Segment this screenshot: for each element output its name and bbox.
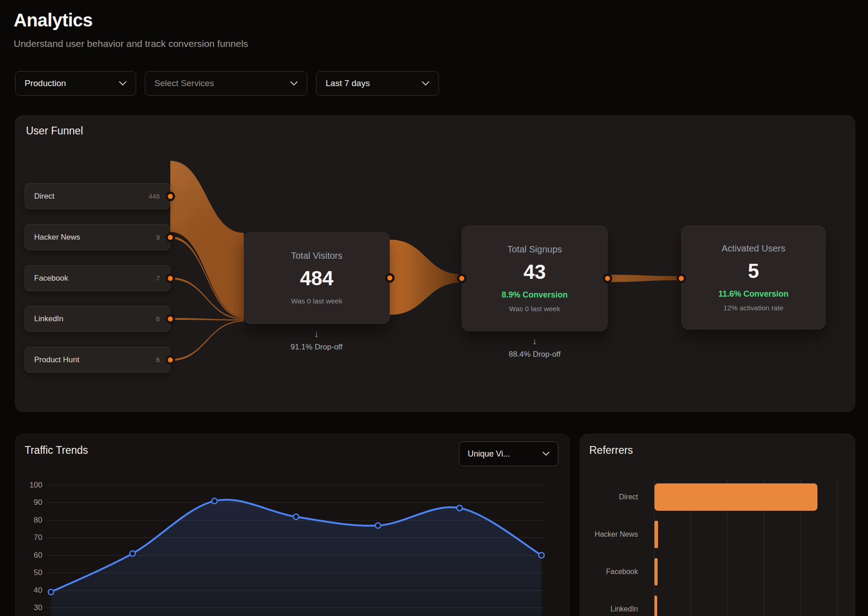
environment-dropdown-value: Production bbox=[25, 78, 66, 88]
services-dropdown-placeholder: Select Services bbox=[154, 78, 214, 88]
source-label: Hacker News bbox=[34, 233, 80, 242]
bar-facebook[interactable] bbox=[654, 558, 658, 585]
dropoff-label: 88.4% Drop-off bbox=[489, 350, 580, 359]
bar-hacker-news[interactable] bbox=[654, 521, 658, 548]
analytics-dashboard: { "page": { "title": "Analytics", "subti… bbox=[0, 0, 868, 616]
stage-subtext: Was 0 last week bbox=[291, 297, 342, 305]
chevron-down-icon bbox=[422, 81, 429, 86]
flow-direct-visitors bbox=[170, 161, 244, 316]
chevron-down-icon bbox=[290, 81, 298, 86]
referrers-card: Referrers Direct Hacker News Facebook Li… bbox=[580, 434, 855, 616]
stage-conversion: 11.6% Conversion bbox=[718, 289, 788, 299]
user-funnel-card: User Funnel bbox=[15, 115, 855, 412]
services-dropdown[interactable]: Select Services bbox=[145, 71, 307, 96]
source-value: 7 bbox=[156, 274, 160, 282]
data-point bbox=[48, 589, 54, 595]
source-value: 6 bbox=[156, 315, 160, 323]
funnel-source-hacker-news[interactable]: Hacker News 9 bbox=[25, 224, 170, 250]
data-point bbox=[375, 523, 381, 528]
flow-signups-activated bbox=[608, 275, 681, 282]
source-label: Direct bbox=[34, 192, 54, 201]
flow-linkedin-visitors bbox=[170, 318, 244, 321]
flow-producthunt-visitors bbox=[170, 321, 244, 361]
dropoff-visitors: ↓ 91.1% Drop-off bbox=[271, 330, 362, 352]
stage-activated-users[interactable]: Activated Users 5 11.6% Conversion 12% a… bbox=[681, 226, 826, 329]
flow-visitors-signups bbox=[390, 240, 462, 315]
data-point bbox=[539, 553, 544, 558]
arrow-down-icon: ↓ bbox=[271, 330, 362, 339]
source-value: 446 bbox=[148, 192, 160, 200]
environment-dropdown[interactable]: Production bbox=[15, 71, 136, 96]
data-point bbox=[457, 505, 462, 511]
source-value: 6 bbox=[156, 356, 160, 364]
funnel-source-facebook[interactable]: Facebook 7 bbox=[25, 265, 170, 291]
stage-conversion: 8.9% Conversion bbox=[501, 290, 567, 300]
stage-subtext: Was 0 last week bbox=[509, 305, 560, 313]
data-point bbox=[212, 498, 217, 504]
date-range-dropdown-value: Last 7 days bbox=[326, 78, 370, 88]
traffic-trends-card: Traffic Trends Unique Vi... 100 90 80 70… bbox=[15, 434, 570, 616]
stage-value: 43 bbox=[524, 262, 546, 282]
dropoff-label: 91.1% Drop-off bbox=[271, 343, 362, 352]
funnel-source-product-hunt[interactable]: Product Hunt 6 bbox=[25, 347, 170, 373]
traffic-line-chart bbox=[15, 434, 570, 616]
stage-total-signups[interactable]: Total Signups 43 8.9% Conversion Was 0 l… bbox=[462, 226, 608, 331]
stage-title: Activated Users bbox=[721, 243, 785, 254]
bar-linkedin[interactable] bbox=[654, 595, 657, 616]
source-label: Product Hunt bbox=[34, 355, 79, 364]
date-range-dropdown[interactable]: Last 7 days bbox=[316, 71, 439, 96]
stage-value: 5 bbox=[748, 261, 759, 281]
arrow-down-icon: ↓ bbox=[489, 337, 580, 346]
source-label: LinkedIn bbox=[34, 314, 63, 323]
page-subtitle: Understand user behavior and track conve… bbox=[14, 38, 248, 49]
stage-title: Total Visitors bbox=[291, 251, 342, 261]
chevron-down-icon bbox=[119, 81, 127, 86]
stage-value: 484 bbox=[300, 268, 333, 288]
stage-title: Total Signups bbox=[507, 244, 562, 255]
page-title: Analytics bbox=[14, 10, 92, 31]
referrers-bar-chart bbox=[580, 434, 856, 616]
stage-subtext: 12% activation rate bbox=[724, 304, 784, 312]
source-label: Facebook bbox=[34, 274, 68, 283]
dropoff-signups: ↓ 88.4% Drop-off bbox=[489, 337, 580, 359]
funnel-source-direct[interactable]: Direct 446 bbox=[25, 183, 170, 209]
data-point bbox=[293, 514, 299, 519]
funnel-source-linkedin[interactable]: LinkedIn 6 bbox=[25, 306, 170, 332]
stage-total-visitors[interactable]: Total Visitors 484 Was 0 last week bbox=[244, 232, 390, 324]
data-point bbox=[130, 551, 135, 556]
source-value: 9 bbox=[156, 233, 160, 241]
bar-direct[interactable] bbox=[654, 483, 817, 511]
